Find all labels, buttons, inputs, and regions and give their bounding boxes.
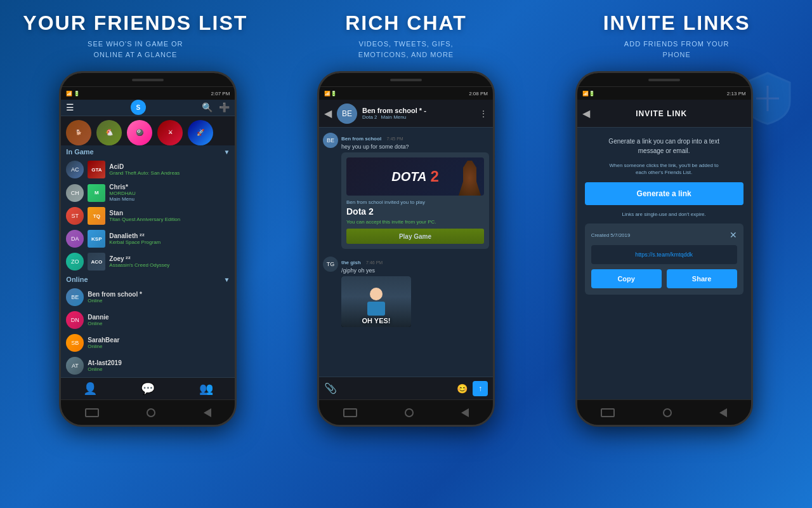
msg-1-avatar: BE [323,133,338,148]
friend-ben-avatar: BE [66,288,84,306]
chat-options-icon[interactable]: ⋮ [479,109,488,119]
phone-3-speaker [648,79,680,81]
phone-1: 📶 🔋 2:07 PM ☰ S 🔍 ➕ 🐕 [59,71,237,427]
share-button[interactable]: Share [667,269,737,288]
phone-1-toolbar: ☰ S 🔍 ➕ [61,100,235,116]
friend-atlast-info: At-last2019 Online [88,359,230,372]
friend-danalieth-info: Danalieth ᶻᶻ Kerbal Space Program [109,232,230,245]
header-col-1: YOUR FRIENDS LIST SEE WHO'S IN GAME ORON… [0,11,271,60]
giphy-image: OH YES! [341,276,411,327]
phone-1-bottom-nav: 👤 💬 👥 [61,377,235,399]
menu-icon[interactable]: ☰ [66,102,74,112]
avatar-rocket[interactable]: 🚀 Rocket [188,120,216,142]
in-game-section-header[interactable]: In Game ▼ [61,145,235,158]
nav-btn-recent[interactable] [85,408,99,417]
online-section-header[interactable]: Online ▼ [61,273,235,286]
chat-partner-info: Ben from school * - Dota 2 Main Menu [362,107,474,120]
avatar-ball-pit[interactable]: 🎱 Ball Pit [127,120,155,142]
phone-2-screen: 📶🔋 2:08 PM ◀ BE Ben from school * - Dota… [319,87,493,399]
phone-3: 📶🔋 2:13 PM ◀ INVITE LINK Generate a link… [575,71,753,427]
friend-chris[interactable]: CH M Chris* MORDHAU Main Menu [61,181,235,204]
message-1: BE Ben from school 7:45 PM hey you up fo… [323,131,489,251]
phone-1-screen: 📶 🔋 2:07 PM ☰ S 🔍 ➕ 🐕 [61,87,235,377]
friend-dannie-info: Dannie Online [88,314,230,326]
phone-3-top [577,73,751,87]
friend-dannie-avatar: DN [66,311,84,329]
phone-2-status-bar: 📶🔋 2:08 PM [319,87,493,100]
nav-btn-2-back[interactable] [461,408,469,417]
invite-card: DOTA 2 Ben from school invited you to pl… [341,152,489,249]
chat-back-button[interactable]: ◀ [324,107,332,119]
chat-game: Dota 2 [362,114,377,120]
friend-stan[interactable]: ST TQ Stan Titan Quest Anniversary Editi… [61,204,235,227]
phones-row: 📶 🔋 2:07 PM ☰ S 🔍 ➕ 🐕 [0,65,812,508]
avatar-chicken[interactable]: 🐔 Chicke [96,120,124,142]
invite-link-title: INVITE LINK [595,109,728,118]
chat-messages: BE Ben from school 7:45 PM hey you up fo… [319,128,493,377]
friend-acid-game-icon: GTA [88,161,105,178]
play-game-button[interactable]: Play Game [346,229,484,244]
chat-header: ◀ BE Ben from school * - Dota 2 Main Men… [319,100,493,128]
friend-chris-game-icon: M [88,184,105,202]
emoji-icon[interactable]: 😊 [457,384,468,394]
friend-stan-info: Stan Titan Quest Anniversary Edition [109,210,230,222]
friend-sarahbear-avatar: SB [66,334,84,352]
chat-input-bar: 📎 😊 ↑ [319,377,493,399]
phone-2-top [319,73,493,87]
friend-acid[interactable]: AC GTA AciD Grand Theft Auto: San Andrea… [61,158,235,181]
nav-btn-back[interactable] [204,408,211,417]
nav-btn-2-home[interactable] [405,408,414,417]
recent-games-row: 🐕 colby 🐔 Chicke 🎱 Ball Pit [61,116,235,145]
giphy-text: OH YES! [362,317,390,324]
avatar-dota2[interactable]: ⚔ Dota 2 [157,120,185,142]
friend-sarahbear[interactable]: SB SarahBear Online [61,331,235,354]
single-use-note: Links are single-use and don't expire. [585,211,743,217]
add-friend-icon[interactable]: ➕ [219,102,230,112]
nav-profile-icon[interactable]: 👤 [83,382,97,396]
phone-2-speaker [390,79,422,81]
friend-sarahbear-info: SarahBear Online [88,337,230,349]
link-close-icon[interactable]: ✕ [730,230,737,240]
friend-ben[interactable]: BE Ben from school * Online [61,286,235,309]
friend-dannie[interactable]: DN Dannie Online [61,309,235,331]
avatar-colby[interactable]: 🐕 colby [66,120,94,142]
nav-btn-2-recent[interactable] [343,408,357,417]
friend-zoey[interactable]: ZO ACO Zoey ᶻᶻ Assassin's Creed Odyssey [61,250,235,273]
friend-chris-info: Chris* MORDHAU Main Menu [109,184,230,202]
phone-3-bottom-bar [577,399,751,425]
phone-3-status-bar: 📶🔋 2:13 PM [577,87,751,100]
nav-friends-icon[interactable]: 👥 [199,382,213,396]
nav-btn-3-home[interactable] [663,408,672,417]
msg-2-body: the gish 7:46 PM /giphy oh yes OH YES! [341,255,489,327]
nav-btn-3-back[interactable] [719,408,727,417]
friend-danalieth-game-icon: KSP [88,230,105,248]
friend-danalieth[interactable]: DA KSP Danalieth ᶻᶻ Kerbal Space Program [61,227,235,250]
subtitle-invite-links: ADD FRIENDS FROM YOURPHONE [554,39,799,60]
friend-atlast[interactable]: AT At-last2019 Online [61,354,235,377]
phone-2-bottom-bar [319,399,493,425]
link-url-box: https://s.team/kmtqddk [591,245,737,264]
nav-btn-home[interactable] [147,408,155,417]
link-url-text: https://s.team/kmtqddk [635,251,693,258]
invite-back-button[interactable]: ◀ [582,107,590,119]
search-icon[interactable]: 🔍 [202,102,213,112]
invite-link-header: ◀ INVITE LINK [577,100,751,128]
header-row: YOUR FRIENDS LIST SEE WHO'S IN GAME ORON… [0,0,812,65]
nav-btn-3-recent[interactable] [601,408,615,417]
invite-accept-text: You can accept this invite from your PC. [346,219,484,225]
invite-sub-desc: When someone clicks the link, you'll be … [585,162,743,176]
send-button[interactable]: ↑ [473,381,488,396]
friend-stan-game-icon: TQ [88,207,105,225]
friend-acid-avatar: AC [66,161,84,178]
generate-link-button[interactable]: Generate a link [585,182,743,205]
invite-from-text: Ben from school invited you to play [346,199,484,205]
msg-2-avatar: TG [323,257,338,272]
dota-logo: DOTA 2 [346,157,484,196]
nav-chat-icon[interactable]: 💬 [141,382,155,396]
attach-icon[interactable]: 📎 [324,382,337,394]
header-col-2: RICH CHAT VIDEOS, TWEETS, GIFS,EMOTICONS… [271,11,542,60]
phone-3-screen: 📶🔋 2:13 PM ◀ INVITE LINK Generate a link… [577,87,751,399]
copy-button[interactable]: Copy [591,269,662,288]
phone-1-time: 2:07 PM [211,91,230,97]
phone-1-top [61,73,235,87]
